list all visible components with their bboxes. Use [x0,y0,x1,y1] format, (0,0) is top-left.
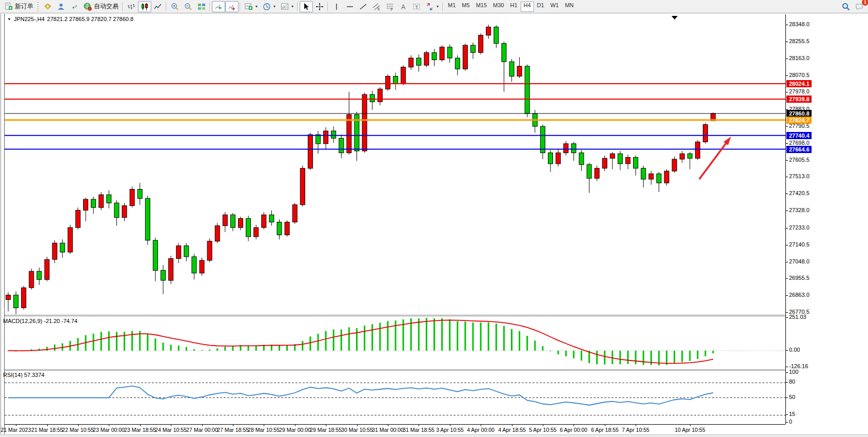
time-tick [419,425,419,426]
macd-pane[interactable] [5,317,785,369]
new-order-button[interactable]: 新订单 [2,1,36,12]
vertical-line-tool-button[interactable] [330,1,343,12]
price-tag-27664.6: 27664.6 [786,146,812,153]
horizontal-line-tool-button[interactable] [343,1,357,12]
text-tool-button[interactable]: A [397,1,410,12]
channel-tool-button[interactable]: E [370,1,383,12]
indicators-icon [245,3,253,11]
tf-m15-button[interactable]: M15 [473,2,490,12]
vertical-line-icon [332,3,341,11]
tf-m1-button[interactable]: M1 [445,2,459,12]
price-tick-label: 28070.5 [789,72,810,78]
fibonacci-tool-button[interactable]: F [383,1,397,12]
price-tick-label: 28163.0 [789,55,810,61]
pane-separator[interactable] [5,315,785,316]
indicators-button[interactable]: ▾ [242,1,260,12]
auto-scroll-button[interactable] [212,1,225,12]
axis-tick [786,160,788,161]
arrows-tool-button[interactable]: ▾ [423,1,441,12]
tile-windows-button[interactable] [195,1,208,12]
equidistant-channel-icon: E [372,3,381,11]
bar-chart-mode-button[interactable] [125,1,138,12]
label-tool-button[interactable]: T [410,1,423,12]
trendline-tool-button[interactable] [357,1,370,12]
search-button[interactable] [839,1,853,12]
axis-tick [786,312,788,313]
periods-button[interactable]: ▾ [260,1,278,12]
rsi-tick-label: 80 [789,378,795,385]
chevron-down-icon: ▼ [7,17,11,22]
candlestick-icon [141,3,149,11]
axis-tick [786,59,788,59]
notifications-button[interactable]: 1 [853,1,866,12]
axis-tick [786,422,788,423]
time-axis[interactable]: 21 Mar 202321 Mar 18:5522 Mar 10:5523 Ma… [5,425,786,434]
line-chart-icon [154,3,162,11]
market-depth-button[interactable] [41,1,54,12]
svg-text:E: E [378,7,380,11]
crosshair-icon [315,3,324,11]
plot-area[interactable] [5,14,785,437]
price-tick-label: 27233.0 [789,224,810,231]
price-tick-label: 28348.0 [789,21,810,27]
axis-tick [786,126,788,127]
time-tick [233,425,233,426]
zoom-in-icon [171,3,179,11]
axis-tick [786,372,788,373]
tf-w1-button[interactable]: W1 [547,2,562,12]
tf-h4-button[interactable]: H4 [521,2,534,12]
axis-tick [786,262,788,262]
macd-tick-label: 0.00 [789,347,800,353]
person-icon [57,3,65,11]
price-tick-label: 28255.5 [789,38,810,44]
time-label: 10 Apr 10:55 [667,427,713,433]
axis-tick [786,317,788,318]
line-chart-mode-button[interactable] [151,1,165,12]
pane-separator[interactable] [5,369,785,371]
price-axis[interactable]: 28348.028255.528163.028070.527978.027883… [786,14,868,437]
tf-m5-button[interactable]: M5 [459,2,472,12]
price-tick-label: 27978.0 [789,88,810,94]
candlestick-pane[interactable] [5,14,785,315]
rsi-pane[interactable] [5,371,785,424]
separator [122,2,123,11]
new-order-label: 新订单 [15,2,33,11]
separator [166,2,166,11]
price-tick-label: 26863.0 [789,292,810,298]
templates-button[interactable]: ▾ [278,1,296,12]
zoom-in-button[interactable] [168,1,182,12]
axis-tick [786,295,788,296]
rsi-label: RSI(14) 57.3374 [3,372,45,378]
price-tick-label: 27698.0 [789,140,810,146]
svg-text:F: F [391,7,393,11]
time-tick [690,425,691,426]
time-tick [450,425,450,426]
price-tick-label: 27420.5 [789,190,810,196]
tf-m30-button[interactable]: M30 [490,2,507,12]
candlestick-mode-button[interactable] [138,1,151,12]
tf-mn-button[interactable]: MN [562,2,577,12]
cursor-button[interactable] [300,1,313,12]
time-tick [326,425,326,426]
notification-badge: 1 [862,0,868,6]
time-tick [636,425,636,426]
chart-shift-button[interactable] [225,1,239,12]
community-button[interactable] [54,1,68,12]
time-tick [78,425,78,426]
price-tick-label: 27513.0 [789,173,810,179]
chart-title[interactable]: ▼ JPN225-,H4 27821.2 27865.9 27820.7 278… [7,16,133,22]
zoom-out-button[interactable] [182,1,195,12]
svg-text:A: A [401,3,405,10]
separator [442,2,443,11]
tf-d1-button[interactable]: D1 [534,2,547,12]
axis-tick [786,397,788,398]
tf-h1-button[interactable]: H1 [507,2,520,12]
signals-button[interactable] [68,1,81,12]
auto-trading-icon [84,3,92,11]
axis-tick [786,367,788,367]
crosshair-button[interactable] [313,1,326,12]
axis-tick [786,414,788,415]
macd-tick-label: 251.03 [789,314,806,320]
auto-trading-button[interactable]: 自动交易 [81,1,121,12]
rsi-tick-label: 0 [789,419,792,425]
